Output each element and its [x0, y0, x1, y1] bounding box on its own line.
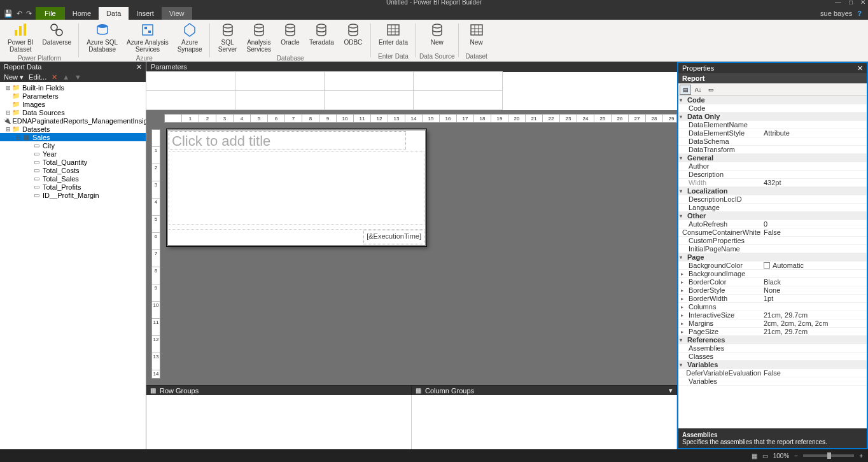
report-page[interactable]: Click to add title [&ExecutionTime]: [167, 129, 426, 246]
property-row-borderstyle[interactable]: ▸BorderStyleNone: [678, 286, 867, 295]
help-icon[interactable]: ?: [857, 10, 862, 17]
report-data-new-button[interactable]: New ▾: [4, 73, 24, 81]
tab-data[interactable]: Data: [99, 7, 129, 20]
zoom-slider[interactable]: [803, 454, 854, 457]
property-row-localization[interactable]: ▾Localization: [678, 187, 867, 195]
tree-node-city[interactable]: ▭City: [0, 141, 146, 150]
report-data-delete-icon[interactable]: ✕: [52, 73, 57, 81]
tab-view[interactable]: View: [162, 7, 192, 20]
property-row-datatransform[interactable]: DataTransform: [678, 146, 867, 154]
groups-body[interactable]: [146, 395, 677, 449]
tab-file[interactable]: File: [36, 7, 65, 20]
property-row-code[interactable]: ▾Code: [678, 96, 867, 104]
tree-node-total-quantity[interactable]: ▭Total_Quantity: [0, 158, 146, 166]
property-row-variables[interactable]: Variables: [678, 377, 867, 386]
tab-insert[interactable]: Insert: [129, 7, 162, 20]
property-row-initialpagename[interactable]: InitialPageName: [678, 245, 867, 253]
property-row-author[interactable]: Author: [678, 162, 867, 171]
properties-grid[interactable]: ▾CodeCode▾Data OnlyDataElementNameDataEl…: [678, 96, 867, 428]
report-footer[interactable]: [&ExecutionTime]: [169, 229, 424, 244]
redo-icon[interactable]: ↷: [26, 10, 32, 18]
property-row-language[interactable]: Language: [678, 204, 867, 212]
properties-property-pages-button[interactable]: ▭: [705, 85, 717, 95]
properties-close-icon[interactable]: ✕: [857, 64, 863, 73]
minimize-button[interactable]: —: [835, 0, 841, 6]
property-row-defervariableevaluation[interactable]: DeferVariableEvaluationFalse: [678, 369, 867, 377]
design-surface[interactable]: 1234567891011121314151617181920212223242…: [146, 110, 677, 385]
ribbon-sql-server-button[interactable]: SQL Server: [214, 21, 242, 54]
property-row-pagesize[interactable]: ▸PageSize21cm, 29.7cm: [678, 328, 867, 336]
property-row-general[interactable]: ▾General: [678, 154, 867, 162]
property-row-assemblies[interactable]: Assemblies: [678, 344, 867, 353]
status-layout-icon[interactable]: ▭: [762, 452, 768, 459]
tree-node-sales[interactable]: ⊟▦Sales: [0, 133, 146, 141]
property-row-references[interactable]: ▾References: [678, 336, 867, 344]
property-row-page[interactable]: ▾Page: [678, 253, 867, 262]
property-row-bordercolor[interactable]: ▸BorderColorBlack: [678, 278, 867, 286]
properties-categorized-button[interactable]: ▤: [680, 85, 691, 95]
property-row-dataelementstyle[interactable]: DataElementStyleAttribute: [678, 129, 867, 137]
property-row-backgroundcolor[interactable]: BackgroundColorAutomatic: [678, 262, 867, 270]
tree-node-total-costs[interactable]: ▭Total_Costs: [0, 166, 146, 174]
tree-node-datasets[interactable]: ⊟📁Datasets: [0, 125, 146, 133]
property-row-columns[interactable]: ▸Columns: [678, 303, 867, 311]
properties-alphabetical-button[interactable]: A↓: [692, 85, 704, 95]
property-row-descriptionlocid[interactable]: DescriptionLocID: [678, 195, 867, 204]
ribbon-azure-synapse-button[interactable]: Azure Synapse: [174, 21, 206, 54]
property-row-code[interactable]: Code: [678, 104, 867, 113]
property-row-data-only[interactable]: ▾Data Only: [678, 113, 867, 121]
tree-node-built-in-fields[interactable]: ⊞📁Built-in Fields: [0, 83, 146, 92]
tree-node-total-profits[interactable]: ▭Total_Profits: [0, 183, 146, 191]
property-row-dataelementname[interactable]: DataElementName: [678, 121, 867, 129]
zoom-out-button[interactable]: −: [794, 452, 798, 459]
report-data-edit-button[interactable]: Edit...: [29, 73, 46, 81]
property-row-autorefresh[interactable]: AutoRefresh0: [678, 220, 867, 228]
property-row-margins[interactable]: ▸Margins2cm, 2cm, 2cm, 2cm: [678, 319, 867, 328]
report-data-down-icon[interactable]: ▼: [74, 73, 81, 81]
tree-node-year[interactable]: ▭Year: [0, 150, 146, 158]
property-row-customproperties[interactable]: CustomProperties: [678, 237, 867, 245]
tab-home[interactable]: Home: [65, 7, 99, 20]
property-row-other[interactable]: ▾Other: [678, 212, 867, 220]
report-data-tree[interactable]: ⊞📁Built-in Fields 📁Parameters 📁Images⊟📁D…: [0, 82, 146, 449]
tree-node-total-sales[interactable]: ▭Total_Sales: [0, 174, 146, 183]
report-body[interactable]: [169, 151, 424, 225]
close-button[interactable]: ✕: [860, 0, 865, 6]
property-row-description[interactable]: Description: [678, 171, 867, 179]
ribbon-power-bi-dataset-button[interactable]: Power BI Dataset: [4, 21, 38, 54]
property-row-interactivesize[interactable]: ▸InteractiveSize21cm, 29.7cm: [678, 311, 867, 319]
tree-node-images[interactable]: 📁Images: [0, 100, 146, 108]
ribbon-analysis-services-button[interactable]: Analysis Services: [243, 21, 275, 54]
parameters-grid[interactable]: [146, 72, 677, 110]
ribbon-new-button[interactable]: New: [463, 21, 491, 52]
property-row-variables[interactable]: ▾Variables: [678, 361, 867, 369]
property-row-classes[interactable]: Classes: [678, 353, 867, 361]
ribbon-teradata-button[interactable]: Teradata: [305, 21, 338, 54]
zoom-in-button[interactable]: +: [859, 452, 863, 459]
report-data-close-icon[interactable]: ✕: [136, 63, 142, 71]
row-groups-panel[interactable]: [146, 395, 412, 449]
tree-node-parameters[interactable]: 📁Parameters: [0, 92, 146, 100]
maximize-button[interactable]: □: [849, 0, 853, 6]
property-row-width[interactable]: Width432pt: [678, 179, 867, 187]
tree-node-data-sources[interactable]: ⊟📁Data Sources: [0, 108, 146, 116]
undo-icon[interactable]: ↶: [17, 10, 22, 18]
ribbon-dataverse-button[interactable]: Dataverse: [39, 21, 76, 54]
ribbon-oracle-button[interactable]: Oracle: [276, 21, 304, 54]
property-row-consumecontainerwhitespace[interactable]: ConsumeContainerWhitespaceFalse: [678, 228, 867, 237]
column-groups-dropdown-icon[interactable]: ▾: [669, 386, 673, 395]
property-row-dataschema[interactable]: DataSchema: [678, 137, 867, 146]
report-data-up-icon[interactable]: ▲: [62, 73, 69, 81]
report-title-placeholder[interactable]: Click to add title: [169, 131, 406, 150]
ribbon-azure-analysis-services-button[interactable]: Azure Analysis Services: [123, 21, 172, 54]
tree-node-id-profit-margin[interactable]: ▭ID__Profit_Margin: [0, 191, 146, 199]
status-view-icon[interactable]: ▦: [752, 452, 757, 459]
save-icon[interactable]: 💾: [4, 10, 13, 18]
ribbon-azure-sql-database-button[interactable]: Azure SQL Database: [83, 21, 122, 54]
execution-time-placeholder[interactable]: [&ExecutionTime]: [363, 230, 424, 244]
property-row-backgroundimage[interactable]: ▸BackgroundImage: [678, 270, 867, 278]
ribbon-odbc-button[interactable]: ODBC: [339, 21, 367, 54]
ribbon-new-button[interactable]: New: [423, 21, 451, 52]
ribbon-enter-data-button[interactable]: Enter data: [375, 21, 412, 52]
tree-node-ednapaginatedreports-managementinsights[interactable]: 🔌EDNAPaginatedReports_ManagementInsights: [0, 116, 146, 125]
